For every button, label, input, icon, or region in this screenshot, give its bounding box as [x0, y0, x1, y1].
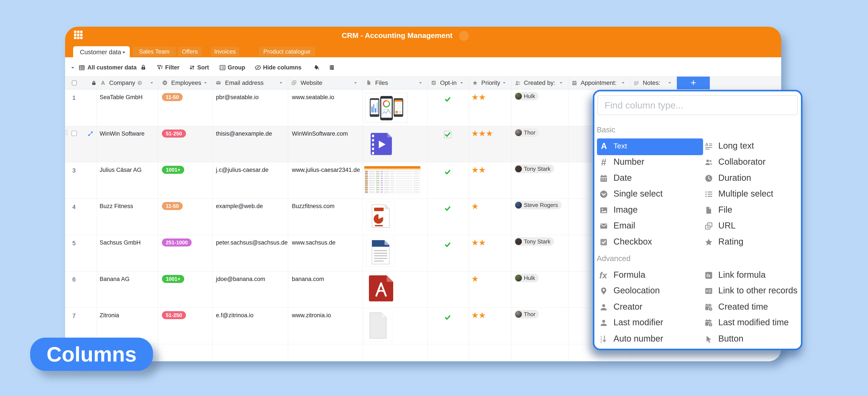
svg-text:fx: fx — [707, 273, 711, 278]
svg-text:3: 3 — [600, 340, 602, 343]
svg-text:?: ? — [139, 81, 141, 85]
svg-text:A: A — [705, 142, 709, 147]
svg-text:A: A — [634, 81, 636, 84]
